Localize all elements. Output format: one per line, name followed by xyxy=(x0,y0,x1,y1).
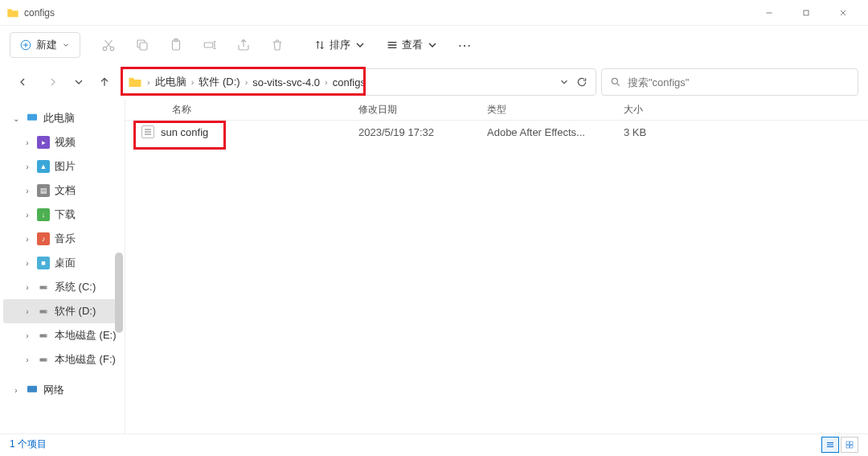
chevron-right-icon[interactable]: › xyxy=(23,355,32,364)
chevron-right-icon[interactable]: › xyxy=(23,331,32,340)
sidebar-item-desk-5[interactable]: ›■桌面 xyxy=(3,251,121,275)
rename-button[interactable] xyxy=(194,31,225,60)
forward-button[interactable] xyxy=(40,69,66,95)
sidebar-label: 本地磁盘 (F:) xyxy=(55,352,116,367)
plus-icon xyxy=(20,39,31,51)
sidebar-label: 本地磁盘 (E:) xyxy=(55,328,117,343)
sidebar-item-clip-0[interactable]: ›▸视频 xyxy=(3,130,121,154)
window-title: configs xyxy=(24,7,751,18)
svg-rect-14 xyxy=(846,445,850,448)
cut-icon xyxy=(101,38,116,52)
file-name: sun config xyxy=(161,126,208,138)
sidebar-item-down-3[interactable]: ›↓下载 xyxy=(3,203,121,227)
paste-button[interactable] xyxy=(161,31,191,60)
column-name[interactable]: 名称 xyxy=(125,103,358,117)
folder-icon xyxy=(6,6,19,19)
breadcrumb-pc[interactable]: 此电脑 xyxy=(152,73,190,91)
delete-button[interactable] xyxy=(262,31,293,60)
file-row[interactable]: sun config 2023/5/19 17:32 Adobe After E… xyxy=(125,121,868,143)
sidebar-item-drive-6[interactable]: ›系统 (C:) xyxy=(3,275,121,299)
sidebar-item-drive-7[interactable]: ›软件 (D:) xyxy=(3,299,121,323)
up-button[interactable] xyxy=(92,69,117,95)
view-label: 查看 xyxy=(402,38,423,52)
cut-button[interactable] xyxy=(93,31,124,60)
refresh-icon[interactable] xyxy=(576,76,588,88)
file-list: 名称 修改日期 类型 大小 sun config 2023/5/19 17:32… xyxy=(125,100,868,433)
chevron-right-icon[interactable]: › xyxy=(23,138,32,147)
paste-icon xyxy=(169,38,183,52)
minimize-button[interactable] xyxy=(751,0,788,26)
chevron-down-icon xyxy=(72,76,85,88)
share-icon xyxy=(236,38,251,52)
svg-rect-12 xyxy=(846,442,850,445)
doc-icon: ▤ xyxy=(37,184,50,197)
down-icon: ↓ xyxy=(37,208,50,221)
clip-icon: ▸ xyxy=(37,136,50,149)
breadcrumb-sep: › xyxy=(323,77,330,87)
list-icon xyxy=(386,39,399,51)
chevron-right-icon[interactable]: › xyxy=(23,211,32,220)
sidebar-label: 系统 (C:) xyxy=(55,280,96,294)
sidebar-label: 文档 xyxy=(55,183,76,198)
network-icon xyxy=(26,384,39,396)
sidebar-item-drive-9[interactable]: ›本地磁盘 (F:) xyxy=(3,347,121,372)
chevron-right-icon[interactable]: › xyxy=(23,259,32,268)
breadcrumb-sep: › xyxy=(244,77,250,87)
breadcrumb-folder1[interactable]: so-vits-svc-4.0 xyxy=(249,75,323,90)
arrow-up-icon xyxy=(98,76,111,88)
address-bar[interactable]: › 此电脑 › 软件 (D:) › so-vits-svc-4.0 › conf… xyxy=(122,68,596,96)
copy-button[interactable] xyxy=(127,31,158,60)
sidebar-label: 桌面 xyxy=(55,256,76,270)
chevron-right-icon[interactable]: › xyxy=(23,283,32,292)
sidebar-label: 图片 xyxy=(55,159,76,174)
chevron-down-icon[interactable]: ⌄ xyxy=(11,114,21,123)
rename-icon xyxy=(203,38,217,52)
close-button[interactable] xyxy=(825,0,862,26)
sidebar-item-doc-2[interactable]: ›▤文档 xyxy=(3,179,121,203)
back-button[interactable] xyxy=(10,69,35,95)
view-tiles-button[interactable] xyxy=(841,437,858,453)
sidebar-item-music-4[interactable]: ›♪音乐 xyxy=(3,227,121,251)
sidebar-item-drive-8[interactable]: ›本地磁盘 (E:) xyxy=(3,323,121,347)
chevron-down-icon xyxy=(426,39,439,51)
sidebar-item-pc[interactable]: ⌄ 此电脑 xyxy=(3,106,121,130)
chevron-down-icon xyxy=(62,41,70,49)
chevron-right-icon[interactable]: › xyxy=(23,307,32,316)
nav-row: › 此电脑 › 软件 (D:) › so-vits-svc-4.0 › conf… xyxy=(0,64,868,100)
maximize-button[interactable] xyxy=(788,0,825,26)
drive-icon xyxy=(37,306,50,316)
arrow-right-icon xyxy=(47,76,59,88)
chevron-right-icon[interactable]: › xyxy=(23,235,32,244)
sidebar-label: 此电脑 xyxy=(43,111,75,125)
column-type[interactable]: 类型 xyxy=(487,103,624,117)
view-button[interactable]: 查看 xyxy=(378,33,447,57)
image-icon: ▲ xyxy=(37,160,50,173)
chevron-right-icon[interactable]: › xyxy=(23,162,32,171)
new-label: 新建 xyxy=(36,38,57,52)
status-count: 1 个项目 xyxy=(10,438,47,451)
file-icon xyxy=(141,125,154,138)
tiles-icon xyxy=(845,440,854,450)
view-details-button[interactable] xyxy=(821,437,839,453)
sort-label: 排序 xyxy=(330,38,350,52)
new-button[interactable]: 新建 xyxy=(10,32,80,58)
search-box[interactable] xyxy=(601,68,858,96)
chevron-right-icon[interactable]: › xyxy=(11,386,21,395)
sidebar-item-network[interactable]: › 网络 xyxy=(3,378,121,402)
sidebar-label: 下载 xyxy=(55,207,76,222)
status-bar: 1 个项目 xyxy=(0,433,868,454)
breadcrumb-folder2[interactable]: configs xyxy=(330,75,369,90)
more-button[interactable]: ··· xyxy=(450,31,481,60)
recent-button[interactable] xyxy=(71,69,87,95)
chevron-right-icon[interactable]: › xyxy=(23,187,32,195)
toolbar: 新建 排序 查看 ··· xyxy=(0,26,868,64)
scrollbar-thumb[interactable] xyxy=(115,253,123,333)
search-input[interactable] xyxy=(628,76,850,88)
breadcrumb-drive[interactable]: 软件 (D:) xyxy=(195,73,243,91)
sidebar-item-image-1[interactable]: ›▲图片 xyxy=(3,154,121,179)
sort-button[interactable]: 排序 xyxy=(305,33,375,57)
column-date[interactable]: 修改日期 xyxy=(358,103,487,117)
share-button[interactable] xyxy=(228,31,259,60)
chevron-down-icon[interactable] xyxy=(559,76,570,88)
column-size[interactable]: 大小 xyxy=(624,103,704,117)
